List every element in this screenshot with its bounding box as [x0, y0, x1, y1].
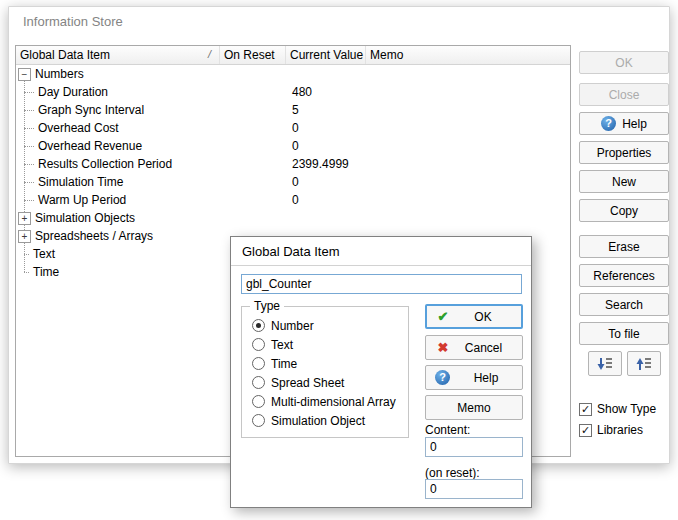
radio-time[interactable]: Time: [252, 354, 408, 373]
content-label: Content:: [425, 423, 470, 437]
on-reset-cell: [220, 155, 286, 173]
radio-number[interactable]: Number: [252, 316, 408, 335]
to-file-button[interactable]: To file: [579, 322, 669, 345]
help-icon: ?: [435, 370, 450, 385]
tree-cell: Results Collection Period: [16, 155, 220, 173]
radio-spread-sheet[interactable]: Spread Sheet: [252, 373, 408, 392]
memo-cell: [366, 119, 570, 137]
dialog-memo-button[interactable]: Memo: [425, 395, 523, 420]
window-title: Information Store: [9, 7, 669, 37]
radio-multi-dimensional-array[interactable]: Multi-dimensional Array: [252, 392, 408, 411]
sort-ascending-button[interactable]: [627, 351, 661, 376]
table-row[interactable]: Warm Up Period 0: [16, 191, 570, 209]
table-row[interactable]: Simulation Time 0: [16, 173, 570, 191]
libraries-checkbox[interactable]: ✓ Libraries: [579, 421, 669, 439]
on-reset-cell: [220, 137, 286, 155]
checkbox-check-icon: ✓: [579, 403, 592, 416]
on-reset-cell: [220, 119, 286, 137]
tree-connector: [24, 200, 34, 201]
column-header-memo[interactable]: Memo: [366, 46, 570, 64]
radio-icon: [252, 338, 265, 351]
table-header: Global Data Item / On Reset Current Valu…: [16, 46, 570, 65]
tree-item-label: Results Collection Period: [38, 157, 172, 171]
tree-item-label: Overhead Cost: [38, 121, 119, 135]
memo-cell: [366, 173, 570, 191]
erase-button[interactable]: Erase: [579, 235, 669, 258]
memo-cell: [366, 137, 570, 155]
on-reset-cell: [220, 209, 286, 227]
tree-cell: Overhead Revenue: [16, 137, 220, 155]
tree-cell: Graph Sync Interval: [16, 101, 220, 119]
tree-cell: Simulation Time: [16, 173, 220, 191]
close-button[interactable]: Close: [579, 83, 669, 106]
radio-icon: [252, 414, 265, 427]
dialog-ok-label: OK: [451, 310, 515, 324]
column-header-on-reset[interactable]: On Reset: [220, 46, 286, 64]
table-row[interactable]: Results Collection Period 2399.4999: [16, 155, 570, 173]
on-reset-cell: [220, 83, 286, 101]
tree-expand-icon[interactable]: +: [18, 230, 31, 243]
copy-button[interactable]: Copy: [579, 199, 669, 222]
tree-item-label: Simulation Objects: [35, 211, 135, 225]
tree-item-label: Numbers: [35, 67, 84, 81]
dialog-help-button[interactable]: ? Help: [425, 365, 523, 390]
tree-cell: Time: [16, 263, 220, 281]
content-input[interactable]: [425, 437, 523, 457]
tree-item-label: Text: [33, 247, 55, 261]
table-row[interactable]: Overhead Cost 0: [16, 119, 570, 137]
on-reset-cell: [220, 191, 286, 209]
show-type-checkbox[interactable]: ✓ Show Type: [579, 400, 669, 418]
tree-cell: Warm Up Period: [16, 191, 220, 209]
sort-descending-icon: [597, 357, 613, 371]
ok-button[interactable]: OK: [579, 51, 669, 74]
radio-simulation-object[interactable]: Simulation Object: [252, 411, 408, 430]
current-value-cell: 0: [286, 191, 366, 209]
column-label: Current Value: [290, 48, 363, 62]
check-icon: ✔: [435, 309, 451, 324]
dialog-memo-label: Memo: [426, 401, 522, 415]
radio-label: Number: [271, 319, 314, 333]
on-reset-cell: [220, 101, 286, 119]
memo-cell: [366, 65, 570, 83]
radio-label: Multi-dimensional Array: [271, 395, 396, 409]
references-button[interactable]: References: [579, 264, 669, 287]
help-button[interactable]: ? Help: [579, 112, 669, 135]
current-value-cell: 0: [286, 173, 366, 191]
on-reset-label: (on reset):: [425, 466, 480, 480]
new-button[interactable]: New: [579, 170, 669, 193]
column-label: Global Data Item: [20, 48, 110, 62]
search-button[interactable]: Search: [579, 293, 669, 316]
tree-connector: [24, 146, 34, 147]
memo-cell: [366, 191, 570, 209]
table-row[interactable]: Overhead Revenue 0: [16, 137, 570, 155]
sort-indicator-icon: /: [208, 48, 211, 60]
memo-cell: [366, 101, 570, 119]
radio-label: Time: [271, 357, 297, 371]
tree-cell: − Numbers: [16, 65, 220, 83]
help-icon: ?: [601, 116, 616, 131]
tree-connector: [24, 92, 34, 93]
tree-expand-icon[interactable]: +: [18, 212, 31, 225]
radio-icon: [252, 357, 265, 370]
properties-button[interactable]: Properties: [579, 141, 669, 164]
column-label: On Reset: [224, 48, 275, 62]
checkbox-check-icon: ✓: [579, 424, 592, 437]
dialog-ok-button[interactable]: ✔ OK: [425, 304, 523, 329]
table-row[interactable]: Day Duration 480: [16, 83, 570, 101]
tree-item-label: Day Duration: [38, 85, 108, 99]
tree-cell: Overhead Cost: [16, 119, 220, 137]
sort-descending-button[interactable]: [588, 351, 622, 376]
on-reset-cell: [220, 173, 286, 191]
table-row[interactable]: + Simulation Objects: [16, 209, 570, 227]
tree-connector: [24, 272, 29, 273]
on-reset-input[interactable]: [425, 479, 523, 499]
dialog-cancel-button[interactable]: ✖ Cancel: [425, 335, 523, 360]
data-item-name-input[interactable]: [241, 274, 522, 294]
column-header-global-data-item[interactable]: Global Data Item /: [16, 46, 220, 64]
show-type-label: Show Type: [597, 402, 656, 416]
column-header-current-value[interactable]: Current Value: [286, 46, 366, 64]
table-row[interactable]: Graph Sync Interval 5: [16, 101, 570, 119]
tree-collapse-icon[interactable]: −: [18, 68, 31, 81]
radio-text[interactable]: Text: [252, 335, 408, 354]
table-row[interactable]: − Numbers: [16, 65, 570, 83]
